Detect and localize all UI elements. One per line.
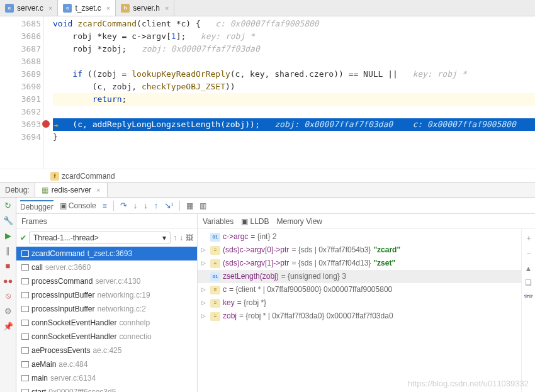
stack-frame[interactable]: connSocketEventHandler connectio [16, 330, 197, 344]
debug-main: Debugger ▣ Console ≡ ↷ ↓ ↓ ↑ ↘ᶦ ▦ ▥ Fram… [16, 198, 535, 392]
check-icon: ✔ [20, 233, 26, 242]
layout-icon[interactable]: ▥ [200, 201, 206, 210]
frame-icon [21, 375, 29, 381]
evaluate-icon[interactable]: ▦ [186, 201, 193, 210]
add-icon[interactable]: 🖽 [186, 233, 193, 242]
frame-icon [21, 292, 29, 298]
tab-server-h[interactable]: h server.h × [116, 0, 174, 16]
tab-server-c[interactable]: c server.c × [0, 0, 58, 16]
frame-list[interactable]: zcardCommand t_zset.c:3693call server.c:… [16, 247, 197, 392]
var-type-icon: ≡ [210, 312, 220, 321]
frames-panel: Frames ✔ Thread-1...-thread> ▾ ↑ ↓ 🖽 zca… [16, 214, 198, 392]
gutter: 368536863687368836893690369136923693➔369… [0, 16, 44, 169]
variable-row[interactable]: ▷≡c = {client * | 0x7ffaf9005800} 0x0000… [198, 283, 521, 296]
debug-label: Debug: [0, 186, 35, 194]
debug-header: Debug: ▦ redis-server × [0, 182, 535, 198]
copy-icon[interactable]: ❏ [525, 278, 532, 287]
pause-icon[interactable]: ∥ [3, 245, 13, 255]
close-icon[interactable]: × [48, 4, 52, 12]
c-file-icon: c [5, 4, 14, 13]
rerun-icon[interactable]: ↻ [3, 200, 13, 210]
force-step-into-icon[interactable]: ↓ [144, 201, 148, 210]
c-file-icon: c [63, 4, 72, 13]
frame-icon [21, 333, 29, 340]
breakpoints-icon[interactable]: ●● [3, 276, 13, 286]
expand-icon[interactable]: ▷ [201, 297, 208, 309]
step-into-icon[interactable]: ↓ [133, 201, 138, 210]
function-icon: f [50, 172, 59, 181]
debug-sidebar: ↻ 🔧 ▶ ∥ ■ ●● ⦸ ⚙ 📌 [0, 198, 16, 392]
variable-row[interactable]: ▷≡(sds)c->argv[1]->ptr = {sds | 0x7ffaf7… [198, 257, 521, 270]
stack-frame[interactable]: connSocketEventHandler connhelp [16, 316, 197, 330]
variable-list[interactable]: 01c->argc = {int} 2▷≡(sds)c->argv[0]->pt… [198, 229, 521, 392]
threads-icon[interactable]: ≡ [103, 201, 107, 210]
h-file-icon: h [121, 4, 130, 13]
frame-down-icon[interactable]: ↓ [179, 233, 183, 242]
wrench-icon[interactable]: 🔧 [3, 215, 13, 225]
var-type-icon: 01 [210, 272, 220, 281]
code-editor[interactable]: 368536863687368836893690369136923693➔369… [0, 16, 535, 169]
frame-icon [21, 347, 29, 354]
stack-frame[interactable]: start 0x00007fff6ccec3d5 [16, 385, 197, 392]
expand-icon[interactable]: ▷ [201, 284, 208, 296]
tab-lldb[interactable]: ▣ LLDB [241, 217, 269, 226]
stack-frame[interactable]: aeMain ae.c:484 [16, 357, 197, 371]
remove-watch-icon[interactable]: － [525, 249, 532, 259]
stack-frame[interactable]: processInputBuffer networking.c:2 [16, 302, 197, 316]
separator [113, 201, 114, 211]
stack-frame[interactable]: zcardCommand t_zset.c:3693 [16, 247, 197, 260]
settings-icon[interactable]: ⚙ [3, 306, 13, 316]
app-icon: ▦ [42, 186, 48, 194]
close-icon[interactable]: × [106, 4, 110, 12]
chevron-down-icon: ▾ [162, 233, 166, 242]
variable-row[interactable]: ▷≡zobj = {robj * | 0x7ffaf7f03da0} 0x000… [198, 310, 521, 323]
mute-bp-icon[interactable]: ⦸ [3, 291, 13, 301]
tab-label: server.c [17, 4, 43, 13]
thread-select[interactable]: Thread-1...-thread> ▾ [29, 232, 171, 244]
variables-header: Variables ▣ LLDB Memory View [198, 214, 535, 229]
stack-frame[interactable]: processInputBuffer networking.c:19 [16, 288, 197, 302]
debug-panel: ↻ 🔧 ▶ ∥ ■ ●● ⦸ ⚙ 📌 Debugger ▣ Console ≡ … [0, 198, 535, 392]
frame-up-icon[interactable]: ↑ [173, 233, 177, 242]
stack-frame[interactable]: processCommand server.c:4130 [16, 274, 197, 288]
tab-memory-view[interactable]: Memory View [277, 217, 322, 226]
expand-icon[interactable]: ▷ [201, 244, 208, 256]
variables-panel: Variables ▣ LLDB Memory View 01c->argc =… [198, 214, 535, 392]
stack-frame[interactable]: main server.c:6134 [16, 371, 197, 385]
frame-icon [21, 320, 29, 326]
step-over-icon[interactable]: ↷ [120, 201, 127, 210]
variable-row[interactable]: ▷≡key = {robj *} [198, 296, 521, 310]
variable-row[interactable]: 01zsetLength(zobj) = {unsigned long} 3 [198, 270, 521, 283]
var-type-icon: ≡ [210, 259, 220, 268]
resume-icon[interactable]: ▶ [3, 230, 13, 240]
debug-columns: Frames ✔ Thread-1...-thread> ▾ ↑ ↓ 🖽 zca… [16, 214, 535, 392]
close-icon[interactable]: × [165, 4, 169, 12]
var-side-icons: ＋ － ▲ ❏ 👓 [521, 229, 535, 392]
frame-icon [21, 361, 29, 367]
run-to-cursor-icon[interactable]: ↘ᶦ [164, 201, 173, 210]
separator [179, 201, 180, 211]
up-icon[interactable]: ▲ [525, 264, 532, 273]
add-watch-icon[interactable]: ＋ [525, 233, 532, 244]
variable-row[interactable]: ▷≡(sds)c->argv[0]->ptr = {sds | 0x7ffaf7… [198, 244, 521, 257]
tab-t-zset-c[interactable]: c t_zset.c × [58, 0, 116, 16]
var-type-icon: ≡ [210, 286, 220, 294]
glasses-icon[interactable]: 👓 [524, 292, 533, 301]
stop-icon[interactable]: ■ [3, 260, 13, 271]
var-type-icon: ≡ [210, 299, 220, 308]
tab-label: t_zset.c [75, 4, 101, 13]
close-icon[interactable]: × [96, 186, 100, 194]
expand-icon[interactable]: ▷ [201, 310, 208, 322]
tab-variables[interactable]: Variables [203, 217, 234, 226]
code-area[interactable]: void zcardCommand(client *c) { c: 0x0000… [44, 16, 535, 169]
breadcrumb-label: zcardCommand [62, 172, 115, 181]
stack-frame[interactable]: aeProcessEvents ae.c:425 [16, 344, 197, 357]
expand-icon[interactable]: ▷ [201, 257, 208, 269]
tab-console[interactable]: ▣ Console [60, 201, 96, 210]
pin-icon[interactable]: 📌 [3, 321, 13, 331]
stack-frame[interactable]: call server.c:3660 [16, 260, 197, 274]
debug-session-tab[interactable]: ▦ redis-server × [35, 183, 108, 197]
step-out-icon[interactable]: ↑ [154, 201, 159, 210]
variable-row[interactable]: 01c->argc = {int} 2 [198, 230, 521, 244]
tab-debugger[interactable]: Debugger [20, 200, 54, 211]
